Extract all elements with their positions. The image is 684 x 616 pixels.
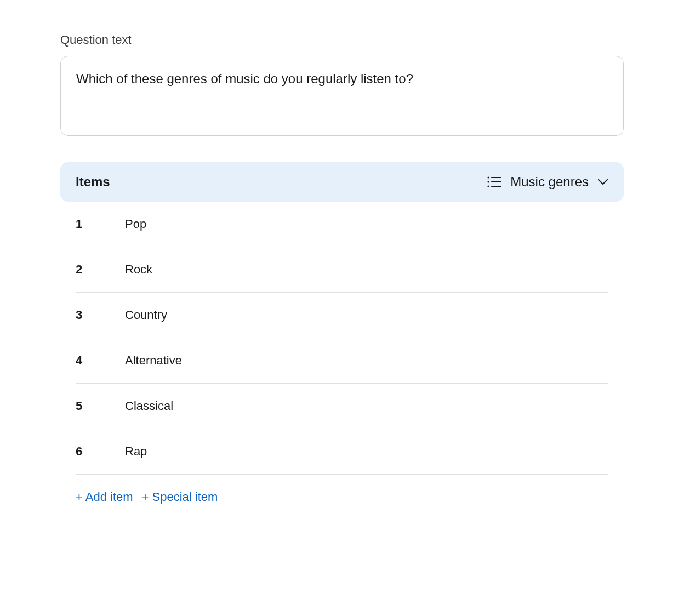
item-number: 6: [76, 444, 125, 459]
item-label: Rap: [125, 444, 147, 459]
list-item[interactable]: 3 Country: [76, 293, 608, 338]
special-item-button[interactable]: + Special item: [142, 490, 218, 504]
item-number: 5: [76, 399, 125, 413]
items-header: Items Music genres: [60, 162, 624, 202]
add-item-button[interactable]: + Add item: [76, 490, 133, 504]
item-label: Rock: [125, 263, 152, 277]
item-label: Country: [125, 308, 167, 322]
items-title: Items: [76, 174, 110, 190]
chevron-down-icon: [597, 179, 608, 185]
list-item[interactable]: 6 Rap: [76, 429, 608, 475]
item-label: Classical: [125, 399, 173, 413]
list-item[interactable]: 1 Pop: [76, 202, 608, 247]
item-actions: + Add item + Special item: [60, 475, 624, 520]
list-item[interactable]: 5 Classical: [76, 384, 608, 429]
list-icon: [487, 176, 501, 188]
list-item[interactable]: 2 Rock: [76, 247, 608, 293]
genre-selector-label: Music genres: [510, 174, 589, 190]
items-list: 1 Pop 2 Rock 3 Country 4 Alternative 5 C…: [60, 202, 624, 475]
question-text-label: Question text: [60, 33, 624, 47]
editor-panel: Question text Items Music genres: [27, 0, 657, 561]
svg-point-1: [488, 181, 489, 182]
list-item[interactable]: 4 Alternative: [76, 338, 608, 384]
item-label: Alternative: [125, 353, 182, 368]
item-number: 3: [76, 308, 125, 322]
genre-selector[interactable]: Music genres: [487, 174, 608, 190]
item-number: 1: [76, 217, 125, 231]
question-text-input[interactable]: [60, 56, 624, 136]
item-number: 4: [76, 353, 125, 368]
svg-point-2: [488, 185, 489, 187]
item-number: 2: [76, 263, 125, 277]
items-section: Items Music genres: [60, 162, 624, 520]
svg-point-0: [488, 176, 489, 178]
item-label: Pop: [125, 217, 146, 231]
